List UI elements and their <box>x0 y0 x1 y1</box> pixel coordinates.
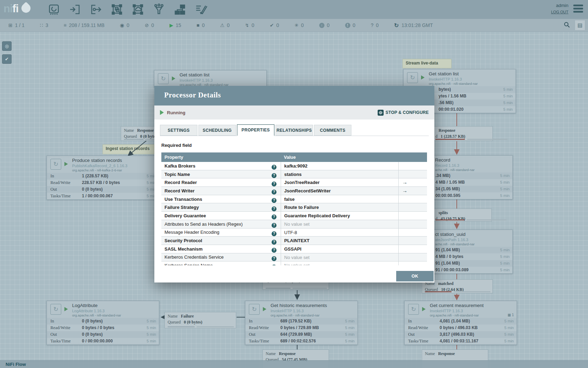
property-name: SASL Mechanism <box>164 246 203 252</box>
help-icon[interactable]: ? <box>272 240 276 245</box>
property-row[interactable]: Kafka Brokers ? kafka:9092 <box>161 162 427 170</box>
property-value-cell[interactable]: Guarantee Replicated Delivery <box>281 212 398 220</box>
stat-label: In <box>408 318 412 325</box>
global-menu-icon[interactable] <box>573 5 583 14</box>
stat-label: Out <box>249 331 255 338</box>
property-row[interactable]: Record Writer ? JsonRecordSetWriter → <box>161 187 427 195</box>
property-action-cell <box>398 237 427 245</box>
property-value-cell[interactable]: PLAINTEXT <box>281 237 398 245</box>
property-name: Failure Strategy <box>164 205 199 210</box>
status-count: 0 <box>376 22 379 28</box>
output-port-toolbar-icon[interactable] <box>90 3 102 16</box>
active-threads-icon: ∷ <box>40 22 43 28</box>
help-icon[interactable]: ? <box>272 248 276 253</box>
locally-modified-stale-icon: ! <box>345 23 350 28</box>
tab-scheduling[interactable]: SCHEDULING <box>198 125 236 136</box>
go-to-service-icon[interactable]: → <box>402 188 407 193</box>
help-icon[interactable]: ? <box>272 223 276 228</box>
help-icon[interactable]: ? <box>272 256 276 261</box>
processor-cog-icon: ↻ <box>158 73 169 84</box>
property-value-cell[interactable]: No value set <box>281 220 398 228</box>
property-row[interactable]: Security Protocol ? PLAINTEXT <box>161 237 427 245</box>
property-value-cell[interactable]: kafka:9092 <box>281 162 398 170</box>
breadcrumb[interactable]: NiFi Flow <box>6 362 26 367</box>
pan-hand-button[interactable]: ✔ <box>2 54 12 64</box>
property-row[interactable]: Attributes to Send as Headers (Regex) ? … <box>161 220 427 229</box>
status-count: 208 / 159.11 MB <box>69 22 105 28</box>
help-icon[interactable]: ? <box>272 198 276 203</box>
birdseye-button[interactable]: ◎ <box>2 41 12 51</box>
canvas-label-ingest-station-records[interactable]: Ingest station records <box>103 144 154 154</box>
logout-link[interactable]: LOG OUT <box>551 10 568 14</box>
property-row[interactable]: SASL Mechanism ? GSSAPI <box>161 245 427 253</box>
help-icon[interactable]: ? <box>272 206 276 211</box>
help-icon[interactable]: ? <box>272 173 276 178</box>
property-action-cell: → <box>398 178 427 186</box>
property-row[interactable]: Kerberos Service Name ? No value set <box>161 261 427 265</box>
property-value-cell[interactable]: JsonRecordSetWriter <box>281 187 398 195</box>
stat-period: 5 min <box>503 86 513 93</box>
help-icon[interactable]: ? <box>272 265 276 265</box>
input-port-toolbar-icon[interactable] <box>69 3 81 16</box>
property-row[interactable]: Kerberos Credentials Service ? No value … <box>161 253 427 262</box>
status-item-stale: ↑ 0 <box>319 22 330 28</box>
property-value-cell[interactable]: Route to Failure <box>281 203 398 211</box>
process-group-toolbar-icon[interactable] <box>111 3 123 16</box>
help-icon[interactable]: ? <box>272 190 276 195</box>
help-icon[interactable]: ? <box>272 231 276 236</box>
property-action-cell <box>398 245 427 253</box>
summary-button[interactable]: ▤ <box>575 20 585 30</box>
processor-get-current-measurement[interactable]: ↻ Get current measurement InvokeHTTP 1.1… <box>404 301 517 345</box>
status-count: 0 <box>127 22 130 28</box>
tab-settings[interactable]: SETTINGS <box>160 125 197 136</box>
help-icon[interactable]: ? <box>272 165 276 170</box>
processor-bundle: org.apache.nifi - nifi-standard-nar <box>430 313 479 317</box>
help-icon[interactable]: ? <box>272 214 276 219</box>
remote-process-group-toolbar-icon[interactable] <box>132 3 144 16</box>
property-row[interactable]: Failure Strategy ? Route to Failure <box>161 203 427 212</box>
processor-get-station-list[interactable]: ↻ Get station list InvokeHTTP 1.16.3 org… <box>154 70 267 88</box>
tab-label: SETTINGS <box>168 128 190 133</box>
tab-properties[interactable]: PROPERTIES <box>237 124 274 136</box>
property-value-cell[interactable]: stations <box>281 170 398 178</box>
tab-comments[interactable]: COMMENTS <box>314 125 351 136</box>
queue-indicator-bars <box>425 291 495 292</box>
template-toolbar-icon[interactable] <box>174 3 186 16</box>
property-value-cell[interactable]: JsonTreeReader <box>281 178 398 186</box>
running-triangle-icon <box>64 307 68 311</box>
canvas-label-stream-live-data[interactable]: Stream live-data <box>402 59 451 68</box>
tab-label: COMMENTS <box>320 128 345 133</box>
tab-relationships[interactable]: RELATIONSHIPS <box>275 125 313 136</box>
search-icon[interactable] <box>564 22 570 29</box>
property-row[interactable]: Topic Name ? stations <box>161 170 427 179</box>
stat-value: 91 / 00:00:03.089 <box>435 267 469 273</box>
go-to-service-icon[interactable]: → <box>402 179 407 185</box>
connection-name-row: NameResponse <box>266 351 329 357</box>
property-value-cell[interactable]: GSSAPI <box>281 245 398 253</box>
help-icon[interactable]: ? <box>272 182 276 186</box>
status-count: 15 <box>176 22 181 28</box>
refresh-icon[interactable]: ↻ <box>394 22 399 29</box>
processor-produce-station-records[interactable]: ↻ Produce station records PublishKafkaRe… <box>47 156 159 200</box>
funnel-toolbar-icon[interactable] <box>153 3 165 16</box>
ok-button[interactable]: OK <box>396 271 434 281</box>
property-value-cell[interactable]: No value set <box>281 253 398 261</box>
property-row[interactable]: Delivery Guarantee ? Guarantee Replicate… <box>161 212 427 220</box>
stat-period: 5 min <box>500 192 510 199</box>
stat-label: Tasks/Time <box>408 338 428 345</box>
property-row[interactable]: Use Transactions ? false <box>161 195 427 204</box>
property-row[interactable]: Record Reader ? JsonTreeReader → <box>161 178 427 187</box>
processor-toolbar-icon[interactable] <box>48 3 60 16</box>
property-row[interactable]: Message Header Encoding ? UTF-8 <box>161 229 427 237</box>
connection-name-row: NameResponse <box>425 351 488 357</box>
property-value-cell[interactable]: UTF-8 <box>281 229 398 237</box>
stat-period: 5 min <box>504 338 514 345</box>
connection-label[interactable]: NameFailure Queued0 (0 bytes) <box>164 312 236 328</box>
property-value-cell[interactable]: false <box>281 195 398 203</box>
label-toolbar-icon[interactable] <box>195 3 207 16</box>
stop-and-configure-button[interactable]: STOP & CONFIGURE <box>378 110 429 116</box>
processor-logattribute[interactable]: ↻ LogAttribute LogAttribute 1.16.3 org.a… <box>47 301 159 345</box>
property-value-cell[interactable]: No value set <box>281 261 398 265</box>
stat-period: 5 min <box>500 247 510 253</box>
processor-get-historic-measurements[interactable]: ↻ Get historic measurements InvokeHTTP 1… <box>245 301 358 345</box>
